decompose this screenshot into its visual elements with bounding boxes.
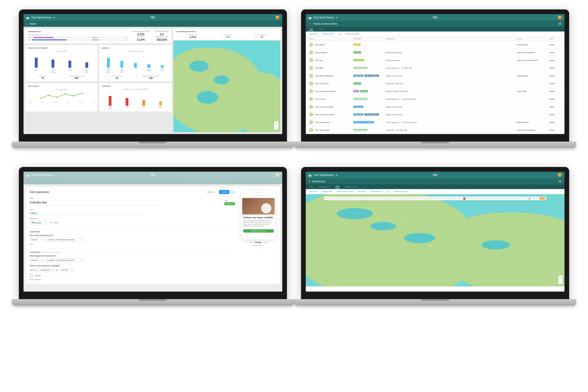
usage-sparkline [28, 92, 95, 101]
save-button[interactable]: SAVE [219, 190, 230, 194]
avatar[interactable] [558, 173, 562, 177]
tab-more[interactable]: ··· [329, 28, 331, 30]
preview-tab-home[interactable]: Home [264, 242, 268, 243]
table-row[interactable]: East EntranceFacilityWelcome messageLive… [306, 49, 564, 56]
menu-icon[interactable] [26, 175, 29, 175]
poi-thumb [309, 42, 313, 47]
repeat-checkbox[interactable] [30, 274, 33, 277]
time-input[interactable]: 4:00 PM [60, 268, 74, 272]
map-canvas[interactable]: +− [173, 40, 280, 132]
experiences-icon: ✦ [308, 180, 310, 183]
heart-icon: ♡ [261, 234, 263, 237]
search-input[interactable] [394, 190, 561, 192]
tab-map[interactable]: MAP [336, 185, 340, 188]
table-row[interactable]: Pure Life Fitness CenterSpaFacilityWelln… [306, 88, 564, 95]
events-card: EVENTS TOP 5 EVENTS TODAY Live from the … [99, 45, 171, 81]
more-button[interactable]: ··· [231, 190, 235, 194]
table-row[interactable]: Pure LuxuryAccommodationLobby Happy Hour… [306, 95, 564, 103]
cancel-button[interactable]: CANCEL [204, 190, 217, 194]
table-row[interactable]: Pure Seas Beach★Beaches & Pools › BeachL… [306, 118, 564, 126]
phone-cta-button[interactable]: RESERVE YOUR SPOT [243, 229, 274, 232]
filter-bar: Type All ▾ Display All ▾ State Active, D… [306, 189, 564, 194]
topbar: Pure Sands Resort▾ TE2 [306, 14, 564, 21]
zoom-in-button[interactable]: + [558, 276, 562, 280]
tab-list[interactable]: LIST [309, 186, 313, 188]
preview-tab-message[interactable]: Message [255, 242, 261, 243]
avatar[interactable] [276, 173, 280, 177]
svg-point-4 [73, 96, 74, 97]
table-row[interactable]: Bliss BeachBeach-Rumba PartyActive [306, 41, 564, 49]
add-audience-link[interactable]: Add [30, 243, 235, 245]
avatar[interactable] [276, 16, 280, 19]
timeline-handle[interactable] [463, 197, 466, 200]
device-dashboard: Pure Sands Resort▾ TE2 ⌂ Home EXPERIENCE… [19, 10, 287, 148]
add-button[interactable]: + [558, 22, 562, 26]
poi-thumb [309, 89, 313, 93]
filter-category[interactable]: Category All ▾ [322, 33, 334, 35]
remove-rule-icon[interactable]: × [234, 239, 235, 241]
preview-tab-push[interactable]: Push [249, 242, 252, 243]
table-row[interactable]: Pure Joy CenterFacilitySantuario coffee … [306, 80, 564, 88]
filter-display[interactable]: Display All ▾ [322, 190, 332, 192]
page-title: Home [30, 22, 36, 25]
breadcrumb-bar: 📍 Points of interest (POI) + [306, 21, 564, 27]
experiences-map[interactable]: ▶ 4:00 pm LIVE +− [306, 194, 564, 286]
zoom-in-button[interactable]: + [274, 121, 278, 126]
page-title: Points of interest (POI) [313, 22, 337, 25]
menu-icon[interactable] [308, 175, 312, 175]
timeline-scrubber[interactable]: ▶ 4:00 pm LIVE [324, 196, 546, 200]
table-row[interactable]: Pure Bliss RestaurantF&B › BarF&B › Rest… [306, 72, 564, 80]
live-badge[interactable]: LIVE [540, 197, 545, 200]
table-row[interactable]: Pure Seas TowerAccommodationTurtle Facts… [306, 126, 564, 134]
tag-chip[interactable]: F&B × [30, 212, 38, 214]
filter-type[interactable]: Type All ▾ [309, 190, 317, 192]
trigger-select[interactable]: Beacon [30, 258, 44, 262]
delivered-rows: Offers740/1480Info2893/4098 [28, 37, 128, 41]
tab-list[interactable]: LIST [309, 28, 313, 31]
filter-state[interactable]: State All ▾ [309, 33, 318, 35]
flag-icon: ⚑ [268, 234, 270, 237]
poi-thumb [309, 105, 313, 109]
trigger-location-select[interactable]: Location › Pure Bliss Restaurant [46, 258, 83, 262]
table-row[interactable]: Pure BlissAccommodationLobby Happy HourC… [306, 64, 564, 72]
menu-icon[interactable] [308, 17, 312, 18]
location-select[interactable]: Location › Pure Bliss Restaurant [46, 238, 83, 242]
map-zoom-controls: +− [274, 121, 278, 130]
phone-preview: ‹BROWSE Culinary Tour Spots Available Tw… [241, 190, 276, 240]
table-row[interactable]: Pure Luxury Pool DeckF&B › BarF&B › Rest… [306, 111, 564, 118]
poi-thumb [309, 66, 313, 70]
breadcrumb-bar: ✦ Experiences + [306, 178, 564, 184]
add-button[interactable]: + [558, 180, 562, 183]
search-input[interactable] [346, 33, 561, 35]
topbar: Pure Sands Resort▾ TE2 [306, 172, 564, 178]
avatar[interactable] [558, 16, 562, 19]
radio-home[interactable]: Home [50, 220, 58, 225]
tab-more[interactable]: ··· [362, 186, 364, 188]
zoom-out-button[interactable]: − [274, 126, 278, 130]
table-row[interactable]: Golf ClubGolf courseDaily group lessonsS… [306, 56, 564, 64]
experiences-card: EXPERIENCES DELIVERED/VIEWED TODAY Offer… [26, 29, 172, 43]
poi-bars [28, 54, 95, 68]
phone-back-icon[interactable]: ‹ [243, 195, 244, 196]
device-poi: Pure Sands Resort▾ TE2 📍 Points of inter… [301, 10, 569, 148]
modal-title: Edit experience [30, 190, 49, 194]
state-pill[interactable]: Active ▾ [224, 202, 235, 205]
filter-tags[interactable]: Tags All ▾ [358, 190, 366, 192]
zoom-out-button[interactable]: − [558, 280, 562, 284]
filter-audience[interactable]: Audience All ▾ [370, 190, 382, 192]
pin-icon: 📍 [308, 22, 312, 25]
table-row[interactable]: Pure Luxury Pool BarF&B › BarHappy Hour … [306, 103, 564, 111]
radio-messages[interactable]: Messages [30, 220, 46, 225]
send-test-link[interactable]: Send test to ... [241, 244, 276, 246]
menu-icon[interactable] [26, 17, 29, 18]
add-schedule-link[interactable]: Add schedule [30, 278, 235, 280]
date-input[interactable]: 12/20/2018 [38, 268, 54, 272]
resort-name[interactable]: Pure Sands Resort [32, 16, 52, 19]
tab-schedule[interactable]: SCHEDULE [319, 186, 330, 188]
tab-simulator[interactable]: SIMULATOR [345, 186, 357, 188]
filter-state[interactable]: State Active, Draft ▾ [336, 190, 353, 192]
tab-map[interactable]: MAP [319, 28, 323, 30]
include-select[interactable]: Include [30, 238, 44, 242]
name-input[interactable] [30, 200, 161, 205]
play-icon[interactable]: ▶ [529, 198, 530, 200]
